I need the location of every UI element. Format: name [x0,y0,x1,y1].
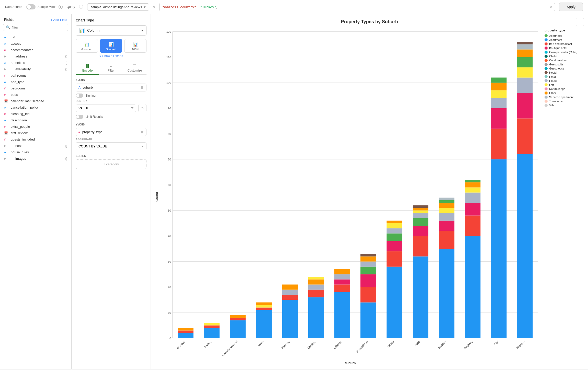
field-type-icon: 📅 [4,131,9,135]
legend-item-hotel: Hotel [545,75,584,78]
field-item-access[interactable]: A access [0,40,71,47]
sort-direction-button[interactable]: ⇅ [138,104,146,112]
field-item-availability[interactable]: ▶ availability {} [0,66,71,72]
limit-toggle[interactable] [76,115,83,119]
field-item-address[interactable]: ▶ address {} [0,53,71,60]
tab-filter[interactable]: ▽ Filter [99,62,123,74]
legend-item-label: House [549,79,557,82]
field-type-icon: A [4,80,9,84]
field-item-cleaning_fee[interactable]: # cleaning_fee [0,111,71,117]
add-field-button[interactable]: + Add Field [51,18,67,22]
field-item-_id[interactable]: A _id [0,34,71,40]
sample-mode-info-icon[interactable]: i [59,5,63,9]
field-item-description[interactable]: A description [0,117,71,123]
legend-item-guest-suite: Guest suite [545,63,584,66]
legend-item-bed-and-breakfast: Bed and breakfast [545,42,584,45]
sort-select[interactable]: VALUE [76,105,136,112]
legend-item-other: Other [545,91,584,95]
series-section: Series + category [76,154,146,169]
field-item-beds[interactable]: # beds [0,91,71,98]
legend-item-label: Guest suite [549,63,563,66]
field-item-house_rules[interactable]: A house_rules [0,149,71,155]
legend-color-dot [545,47,548,50]
field-type-icon: # [4,138,9,141]
show-charts-link[interactable]: ∨ Show all charts [76,54,146,58]
x-axis-section: X Axis A suburb 🗑 Binning SORT BY VALUE … [76,78,146,119]
tab-encode[interactable]: ▐▌ Encode [76,62,99,75]
aggregate-select[interactable]: COUNT BY VALUE [76,142,146,150]
query-input[interactable]: "address.country": "Turkey"} ✕ [159,3,555,11]
field-item-amenities[interactable]: A amenities [] [0,60,71,66]
field-type-icon: A [4,119,9,122]
chart-variant-icon: 📊 [109,42,114,47]
data-source-select[interactable]: sample_airbnb.listingsAndReviews ▾ [87,3,149,11]
query-clear-icon[interactable]: ✕ [550,5,552,9]
bar-segment [491,83,506,90]
apply-button[interactable]: Apply [559,3,583,11]
field-type-icon: # [4,125,9,128]
chart-type-icon: 📊 [79,28,85,33]
field-item-bathrooms[interactable]: # bathrooms [0,72,71,79]
aggregate-label: AGGREGATE [76,138,146,141]
y-tick-label: 0 [169,337,171,340]
y-tick-label: 20 [168,286,171,289]
x-axis-title: X Axis [76,78,146,82]
field-name: availability [15,67,64,71]
add-category-button[interactable]: + category [76,159,146,169]
tab-icon: ☰ [133,64,136,68]
bar-segment [360,267,376,274]
field-name: bedrooms [11,86,66,90]
field-item-images[interactable]: ▶ images {} [0,155,71,162]
chart-variant-label: Grouped [81,48,92,51]
bar-segment [282,285,298,290]
toggle-knob [27,5,31,9]
field-badge: {} [65,144,67,148]
binning-toggle[interactable] [76,94,83,98]
y-tick-label: 110 [166,56,171,59]
field-item-bed_type[interactable]: A bed_type [0,79,71,85]
x-axis-delete-icon[interactable]: 🗑 [140,86,144,89]
chart-legend: property_type Aparthotel Apartment Bed a… [540,29,584,365]
field-item-extra_people[interactable]: # extra_people [0,123,71,130]
y-axis-delete-icon[interactable]: 🗑 [140,130,144,134]
field-item-host[interactable]: ▶ host {} [0,143,71,149]
sidebar: Fields + Add Field 🔍 A _id A access # ac… [0,14,72,369]
field-item-cancellation_policy[interactable]: A cancellation_policy [0,104,71,111]
tab-customize[interactable]: ☰ Customize [123,62,146,74]
show-charts-label: Show all charts [102,54,123,58]
chart-variant-100%[interactable]: 📊 100% [124,39,146,53]
query-info-icon[interactable]: i [79,5,83,9]
field-item-accommodates[interactable]: # accommodates [0,47,71,53]
chart-variant-grouped[interactable]: 📊 Grouped [76,39,98,53]
y-axis-field-type-icon: # [78,130,80,134]
chart-variant-stacked[interactable]: 📊 Stacked [100,39,122,53]
legend-item-label: Guesthouse [549,67,564,70]
field-item-guests_included[interactable]: # guests_included [0,136,71,143]
forward-arrow-icon: » [153,5,155,9]
bar-segment [439,208,454,213]
legend-color-dot [545,104,548,107]
field-badge: [] [65,61,67,65]
x-tick-label: Fatih [414,340,421,346]
field-type-icon: 📅 [4,99,9,103]
field-item-first_review[interactable]: 📅 first_review [0,130,71,136]
field-type-icon: # [4,112,9,115]
bar-segment [256,308,272,310]
chart-type-title: Chart Type [76,18,146,22]
field-item-bedrooms[interactable]: # bedrooms [0,85,71,91]
y-tick-label: 120 [166,30,171,33]
sample-mode-toggle[interactable] [26,4,36,9]
bar-segment [308,297,324,338]
x-axis-binning-option: Binning [76,94,146,98]
bar-segment [465,203,480,216]
bar-segment [256,310,272,338]
y-axis-section: Y Axis # property_type 🗑 AGGREGATE COUNT… [76,123,146,150]
field-item-calendar_last_scraped[interactable]: 📅 calendar_last_scraped [0,98,71,104]
chart-variant-icon: 📊 [133,42,138,47]
fields-title: Fields [4,18,14,22]
field-search-input[interactable] [12,26,65,29]
chart-type-select[interactable]: 📊 Column ▾ [76,25,146,36]
field-badge: {} [65,55,67,58]
chart-menu-button[interactable]: ⋯ [576,18,584,26]
field-type-icon: A [4,106,9,109]
